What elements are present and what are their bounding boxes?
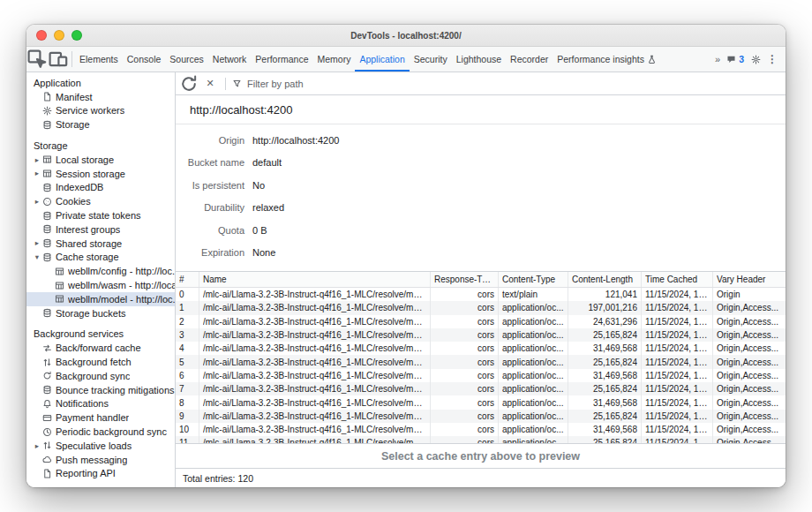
zoom-button[interactable] <box>71 30 82 41</box>
meta-row-durability: Durabilityrelaxed <box>176 197 786 220</box>
divider <box>71 51 72 67</box>
table-cell: 11/15/2024, 10... <box>642 355 713 368</box>
sidebar-item-storage-buckets[interactable]: Storage buckets <box>26 306 175 320</box>
sidebar-section-storage: Storage▸Local storage▸Session storageInd… <box>26 139 175 320</box>
column-header-[interactable]: # <box>176 272 199 287</box>
table-row[interactable]: 2/mlc-ai/Llama-3.2-3B-Instruct-q4f16_1-M… <box>176 315 786 328</box>
tab-recorder[interactable]: Recorder <box>506 47 553 72</box>
sidebar-item-webllm-wasm-http-loca[interactable]: webllm/wasm - http://loca... <box>26 278 175 292</box>
sidebar-item-local-storage[interactable]: ▸Local storage <box>26 153 175 167</box>
tab-console[interactable]: Console <box>123 47 166 72</box>
db-icon <box>41 252 52 262</box>
sidebar-item-webllm-model-http-loc[interactable]: webllm/model - http://loc... <box>26 292 175 306</box>
tab-application[interactable]: Application <box>355 47 409 72</box>
sidebar-item-shared-storage[interactable]: ▸Shared storage <box>26 237 175 251</box>
tab-sources[interactable]: Sources <box>165 47 208 72</box>
chevron-right-icon[interactable]: ▸ <box>33 198 41 206</box>
meta-value: relaxed <box>252 202 284 213</box>
table-row[interactable]: 5/mlc-ai/Llama-3.2-3B-Instruct-q4f16_1-M… <box>176 355 786 368</box>
table-cell: 25,165,824 <box>568 436 642 444</box>
refresh-icon[interactable] <box>179 75 199 93</box>
chevron-right-icon[interactable]: ▸ <box>33 239 41 247</box>
close-button[interactable] <box>36 30 47 41</box>
table-cell: cors <box>431 382 499 395</box>
chevron-right-icon[interactable]: ▸ <box>33 156 41 164</box>
sidebar-item-back-forward-cache[interactable]: Back/forward cache <box>26 341 175 355</box>
sidebar-item-private-state-tokens[interactable]: Private state tokens <box>26 208 175 222</box>
table-cell: application/oc... <box>499 423 568 436</box>
sidebar-item-storage[interactable]: Storage <box>26 117 175 132</box>
table-row[interactable]: 3/mlc-ai/Llama-3.2-3B-Instruct-q4f16_1-M… <box>176 328 786 342</box>
sidebar-item-reporting-api[interactable]: Reporting API <box>26 467 175 481</box>
tab-performance[interactable]: Performance <box>251 47 312 72</box>
table-cell: application/oc... <box>499 369 568 382</box>
table-cell: 11/15/2024, 10... <box>642 423 713 436</box>
table-cell: cors <box>431 315 499 328</box>
table-row[interactable]: 10/mlc-ai/Llama-3.2-3B-Instruct-q4f16_1-… <box>176 423 786 436</box>
tab-performance-insights[interactable]: Performance insights <box>553 47 662 72</box>
table-row[interactable]: 4/mlc-ai/Llama-3.2-3B-Instruct-q4f16_1-M… <box>176 342 786 355</box>
table-row[interactable]: 1/mlc-ai/Llama-3.2-3B-Instruct-q4f16_1-M… <box>176 301 786 314</box>
chevron-right-icon[interactable]: ▸ <box>33 442 41 450</box>
sidebar-item-bounce-tracking-mitigations[interactable]: Bounce tracking mitigations <box>26 383 175 397</box>
table-row[interactable]: 8/mlc-ai/Llama-3.2-3B-Instruct-q4f16_1-M… <box>176 395 786 409</box>
titlebar[interactable]: DevTools - localhost:4200/ <box>26 25 786 47</box>
sidebar-item-push-messaging[interactable]: Push messaging <box>26 453 175 467</box>
tab-elements[interactable]: Elements <box>75 47 123 72</box>
tab-lighthouse[interactable]: Lighthouse <box>452 47 506 72</box>
device-toolbar-icon[interactable] <box>48 47 69 72</box>
kebab-menu-icon[interactable]: ⋮ <box>767 53 778 65</box>
sidebar-item-background-sync[interactable]: Background sync <box>26 369 175 383</box>
sidebar-item-periodic-background-sync[interactable]: Periodic background sync <box>26 425 175 439</box>
meta-value: http://localhost:4200 <box>252 135 339 146</box>
sidebar-item-session-storage[interactable]: ▸Session storage <box>26 167 175 181</box>
table-row[interactable]: 7/mlc-ai/Llama-3.2-3B-Instruct-q4f16_1-M… <box>176 382 786 395</box>
sidebar-item-cache-storage[interactable]: ▾Cache storage <box>26 251 175 265</box>
sidebar-section-background-services: Background servicesBack/forward cacheBac… <box>26 328 175 481</box>
column-header-name[interactable]: Name <box>199 272 431 287</box>
table-cell: 3 <box>176 328 199 342</box>
column-header-content-type[interactable]: Content-Type <box>499 272 568 287</box>
table-cell: /mlc-ai/Llama-3.2-3B-Instruct-q4f16_1-ML… <box>199 369 431 382</box>
inspect-element-icon[interactable] <box>26 47 48 72</box>
table-row[interactable]: 6/mlc-ai/Llama-3.2-3B-Instruct-q4f16_1-M… <box>176 369 786 382</box>
tab-memory[interactable]: Memory <box>312 47 355 72</box>
sidebar-item-notifications[interactable]: Notifications <box>26 397 175 411</box>
table-row[interactable]: 9/mlc-ai/Llama-3.2-3B-Instruct-q4f16_1-M… <box>176 410 786 423</box>
sidebar-item-manifest[interactable]: Manifest <box>26 90 175 104</box>
sidebar-item-service-workers[interactable]: Service workers <box>26 104 175 118</box>
table-cell: cors <box>431 355 499 368</box>
meta-value: default <box>252 157 282 168</box>
cache-storage-panel: ✕ http://localhost:4200 Originhttp://loc… <box>176 72 786 487</box>
table-cell: 31,469,568 <box>568 395 642 409</box>
column-header-content-length[interactable]: Content-Length <box>568 272 642 287</box>
tabbar-right-controls: » 3 ⋮ <box>711 47 786 72</box>
filter-by-path-input[interactable] <box>245 78 782 90</box>
cache-view: http://localhost:4200 Originhttp://local… <box>176 95 786 468</box>
sidebar-item-interest-groups[interactable]: Interest groups <box>26 222 175 237</box>
minimize-button[interactable] <box>54 30 64 41</box>
table-row[interactable]: 0/mlc-ai/Llama-3.2-3B-Instruct-q4f16_1-M… <box>176 288 786 301</box>
sidebar-item-payment-handler[interactable]: Payment handler <box>26 410 175 425</box>
table-cell: application/oc... <box>499 328 568 342</box>
sidebar-item-speculative-loads[interactable]: ▸Speculative loads <box>26 439 175 453</box>
column-header-time-cached[interactable]: Time Cached <box>642 272 713 287</box>
table-row[interactable]: 11/mlc-ai/Llama-3.2-3B-Instruct-q4f16_1-… <box>176 436 786 444</box>
console-messages-badge[interactable]: 3 <box>726 54 744 64</box>
column-header-vary-header[interactable]: Vary Header <box>713 272 786 287</box>
table-cell: 1 <box>176 301 199 314</box>
table-body[interactable]: 0/mlc-ai/Llama-3.2-3B-Instruct-q4f16_1-M… <box>176 288 786 444</box>
column-header-response-type[interactable]: Response-Type <box>431 272 499 287</box>
meta-row-is-persistent: Is persistentNo <box>176 174 786 197</box>
sidebar-item-cookies[interactable]: ▸Cookies <box>26 194 175 208</box>
more-tabs-icon[interactable]: » <box>715 54 719 64</box>
delete-selected-icon[interactable]: ✕ <box>200 75 220 93</box>
tab-security[interactable]: Security <box>410 47 452 72</box>
settings-gear-icon[interactable] <box>750 54 761 64</box>
chevron-right-icon[interactable]: ▸ <box>33 169 41 177</box>
sidebar-item-indexeddb[interactable]: IndexedDB <box>26 181 175 195</box>
sidebar-item-background-fetch[interactable]: Background fetch <box>26 355 175 369</box>
sidebar-item-webllm-config-http-loc[interactable]: webllm/config - http://loc... <box>26 264 175 278</box>
tab-network[interactable]: Network <box>208 47 252 72</box>
chevron-down-icon[interactable]: ▾ <box>33 253 41 261</box>
